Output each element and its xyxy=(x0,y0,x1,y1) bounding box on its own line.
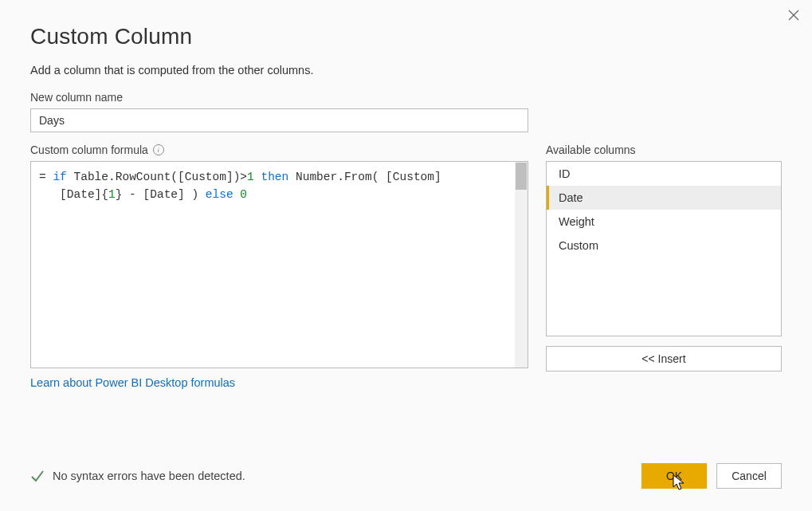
custom-column-dialog: Custom Column Add a column that is compu… xyxy=(0,0,812,511)
formula-label: Custom column formula xyxy=(30,143,148,156)
formula-scrollbar[interactable] xyxy=(515,162,528,368)
close-button[interactable] xyxy=(785,6,802,24)
available-columns-label: Available columns xyxy=(546,143,782,156)
dialog-title: Custom Column xyxy=(30,24,782,49)
ok-button[interactable]: OK xyxy=(641,463,707,489)
list-item[interactable]: Date xyxy=(547,186,781,210)
list-item[interactable]: Custom xyxy=(547,234,781,257)
status-text: No syntax errors have been detected. xyxy=(53,470,245,482)
insert-button[interactable]: << Insert xyxy=(546,346,782,371)
list-item[interactable]: ID xyxy=(547,162,781,186)
cancel-button[interactable]: Cancel xyxy=(716,463,782,489)
scrollbar-thumb[interactable] xyxy=(516,163,527,190)
close-icon xyxy=(788,10,799,21)
check-icon xyxy=(30,469,45,483)
list-item[interactable]: Weight xyxy=(547,210,781,234)
info-icon[interactable]: i xyxy=(153,144,164,155)
new-column-name-input[interactable] xyxy=(30,108,528,132)
formula-content: = if Table.RowCount([Custom])>1 then Num… xyxy=(31,162,528,210)
ok-label: OK xyxy=(666,470,682,482)
new-column-name-label: New column name xyxy=(30,91,782,104)
dialog-subtitle: Add a column that is computed from the o… xyxy=(30,64,782,77)
status-row: No syntax errors have been detected. xyxy=(30,469,245,483)
available-columns-list[interactable]: IDDateWeightCustom xyxy=(546,161,782,336)
formula-editor[interactable]: = if Table.RowCount([Custom])>1 then Num… xyxy=(30,161,528,368)
learn-formulas-link[interactable]: Learn about Power BI Desktop formulas xyxy=(30,376,528,389)
